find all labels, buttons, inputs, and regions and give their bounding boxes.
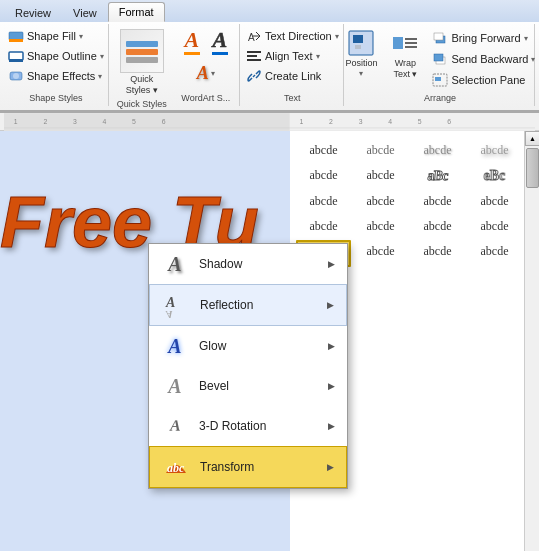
quick-styles-btn[interactable]: Quick Styles ▾	[115, 26, 169, 98]
doc-cell-1-1[interactable]: abcde	[296, 139, 351, 162]
svg-text:3: 3	[359, 117, 363, 124]
shadow-menu-icon: A	[161, 250, 189, 278]
outline-icon	[8, 48, 24, 64]
svg-rect-29	[435, 77, 441, 81]
shape-fill-btn[interactable]: Shape Fill ▾	[4, 26, 108, 46]
shape-effects-btn[interactable]: Shape Effects ▾	[4, 66, 108, 86]
svg-rect-7	[126, 49, 158, 55]
text-effects-row: A ▾	[192, 60, 220, 87]
doc-cell-2-2[interactable]: abcde	[353, 164, 408, 188]
menu-item-bevel[interactable]: A Bevel ▶	[149, 366, 347, 406]
doc-cell-3-3[interactable]: abcde	[410, 190, 465, 213]
text-effects-icon: A	[197, 63, 209, 84]
shape-outline-label: Shape Outline	[27, 50, 97, 62]
doc-cell-4-1[interactable]: abcde	[296, 215, 351, 238]
doc-cell-5-3[interactable]: abcde	[410, 240, 465, 267]
align-arrow: ▾	[316, 52, 320, 61]
reflection-arrow: ▶	[327, 300, 334, 310]
shape-outline-arrow: ▾	[100, 52, 104, 61]
svg-text:2: 2	[43, 117, 47, 124]
position-btn[interactable]: Position ▾	[340, 26, 382, 81]
transform-menu-icon: abc	[162, 453, 190, 481]
bevel-label: Bevel	[199, 379, 318, 393]
selection-pane-label: Selection Pane	[451, 74, 525, 86]
scroll-thumb[interactable]	[526, 148, 539, 188]
shape-outline-btn[interactable]: Shape Outline ▾	[4, 46, 108, 66]
quick-styles-group: Quick Styles ▾ Quick Styles	[111, 24, 173, 106]
doc-cell-2-4[interactable]: eBc	[467, 164, 520, 189]
text-fill-btn[interactable]: A	[179, 26, 205, 58]
shape-styles-content: Shape Fill ▾ Shape Outline ▾	[4, 26, 108, 92]
shape-effects-label: Shape Effects	[27, 70, 95, 82]
scroll-up-btn[interactable]: ▲	[525, 131, 539, 146]
align-text-btn[interactable]: Align Text ▾	[242, 46, 343, 66]
align-text-label: Align Text	[265, 50, 313, 62]
tab-format[interactable]: Format	[108, 2, 165, 22]
doc-cell-1-2[interactable]: abcde	[353, 139, 408, 162]
text-effects-arrow: ▾	[211, 69, 215, 78]
text-outline-icon: A	[212, 29, 227, 51]
shape-fill-arrow: ▾	[79, 32, 83, 41]
menu-item-reflection[interactable]: A A Reflection ▶	[149, 284, 347, 326]
doc-cell-1-3[interactable]: abcde	[410, 139, 465, 162]
svg-text:1: 1	[14, 117, 18, 124]
create-link-label: Create Link	[265, 70, 321, 82]
quick-styles-label: Quick	[130, 74, 153, 84]
create-link-icon	[246, 68, 262, 84]
shadow-label: Shadow	[199, 257, 318, 271]
tab-view[interactable]: View	[62, 2, 108, 22]
doc-cell-4-2[interactable]: abcde	[353, 215, 408, 238]
doc-cell-2-3[interactable]: aBc	[409, 164, 466, 188]
doc-cell-3-2[interactable]: abcde	[353, 190, 408, 213]
shape-fill-label: Shape Fill	[27, 30, 76, 42]
menu-item-glow[interactable]: A Glow ▶	[149, 326, 347, 366]
svg-text:5: 5	[132, 117, 136, 124]
doc-cell-5-2[interactable]: abcde	[353, 240, 408, 267]
svg-text:A: A	[165, 295, 175, 310]
tab-review[interactable]: Review	[4, 2, 62, 22]
svg-line-10	[256, 32, 260, 36]
doc-cell-2-1[interactable]: abcde	[296, 164, 351, 188]
menu-item-transform[interactable]: abc Transform ▶	[149, 446, 347, 488]
doc-cell-4-3[interactable]: abcde	[410, 215, 465, 238]
arrange-big-btns: Position ▾	[340, 26, 382, 92]
3d-menu-icon: A	[161, 412, 189, 440]
ruler: 1 2 3 4 5 6 1 2 3 4 5 6	[0, 113, 539, 131]
menu-item-shadow[interactable]: A Shadow ▶	[149, 244, 347, 284]
quick-styles-label2: Styles ▾	[126, 85, 158, 95]
doc-cell-4-4[interactable]: abcde	[467, 215, 522, 238]
bevel-arrow: ▶	[328, 381, 335, 391]
svg-rect-1	[9, 39, 23, 42]
wrap-icon	[391, 29, 419, 57]
svg-rect-2	[9, 52, 23, 60]
svg-point-5	[13, 73, 19, 79]
text-group-label: Text	[248, 92, 337, 104]
text-effects-btn[interactable]: A ▾	[192, 60, 220, 87]
svg-rect-0	[9, 32, 23, 40]
arrange-label: Arrange	[352, 92, 528, 104]
align-text-icon	[246, 48, 262, 64]
text-direction-btn[interactable]: A Text Direction ▾	[242, 26, 343, 46]
menu-item-3d[interactable]: A 3-D Rotation ▶	[149, 406, 347, 446]
create-link-btn[interactable]: Create Link	[242, 66, 343, 86]
quick-styles-bottom: Quick Styles	[115, 98, 169, 110]
doc-cell-1-4[interactable]: abcde	[467, 139, 522, 162]
doc-cell-5-4[interactable]: abcde	[467, 240, 522, 267]
doc-cell-3-4[interactable]: abcde	[467, 190, 522, 213]
wrap-text-btn[interactable]: Wrap Text ▾	[386, 26, 424, 82]
svg-rect-8	[126, 57, 158, 63]
reflection-menu-icon: A A	[162, 291, 190, 319]
transform-label: Transform	[200, 460, 317, 474]
arrange-wrap-btns: Wrap Text ▾	[386, 26, 424, 92]
bring-forward-label: Bring Forward	[451, 32, 520, 44]
text-outline-btn[interactable]: A	[207, 26, 233, 58]
doc-cell-3-1[interactable]: abcde	[296, 190, 351, 213]
3d-label: 3-D Rotation	[199, 419, 318, 433]
quickstyles-wordart-section: Quick Styles ▾ Quick Styles A A	[111, 24, 240, 106]
selection-pane-btn[interactable]: Selection Pane	[428, 70, 539, 90]
bring-arrow: ▾	[524, 34, 528, 43]
quick-styles-preview	[120, 29, 164, 73]
selection-pane-icon	[432, 72, 448, 88]
bring-forward-btn[interactable]: Bring Forward ▾	[428, 28, 539, 48]
send-backward-btn[interactable]: Send Backward ▾	[428, 49, 539, 69]
